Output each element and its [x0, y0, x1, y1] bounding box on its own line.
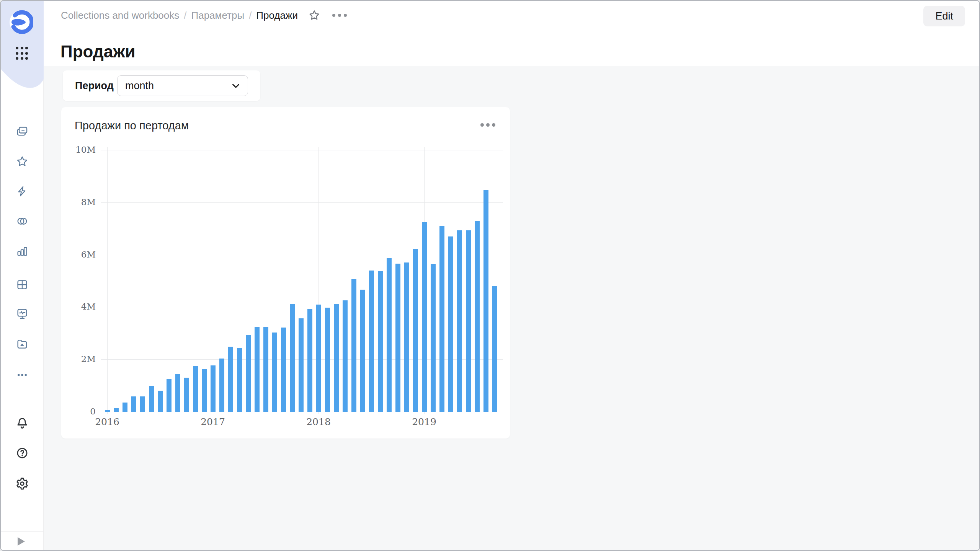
- sales-bar-chart: 02M4M6M8M10M2016201720182019: [61, 107, 510, 439]
- help-icon[interactable]: [16, 447, 29, 460]
- breadcrumb: Collections and workbooks / Параметры / …: [61, 10, 298, 21]
- bar-2018-12: [413, 249, 418, 412]
- bar-2019-06: [466, 230, 471, 412]
- bar-2016-04: [131, 396, 136, 412]
- bar-2017-05: [246, 335, 251, 412]
- bar-2018-01: [316, 305, 321, 412]
- gridline-year: [107, 147, 108, 414]
- bar-2018-03: [334, 304, 339, 412]
- bar-2018-06: [360, 290, 365, 412]
- bar-2017-04: [237, 348, 242, 412]
- editor-icon[interactable]: [16, 185, 29, 198]
- gridline-h: [101, 202, 503, 203]
- chevron-down-icon: [231, 81, 241, 91]
- files-icon[interactable]: [16, 337, 29, 350]
- bar-2018-04: [343, 300, 348, 412]
- breadcrumb-collections[interactable]: Collections and workbooks: [61, 10, 179, 21]
- edit-button[interactable]: Edit: [923, 6, 965, 26]
- bar-2017-03: [228, 347, 233, 412]
- bar-2019-03: [439, 226, 444, 412]
- monitoring-icon[interactable]: [16, 307, 29, 320]
- bar-2016-10: [184, 378, 189, 412]
- bar-2016-08: [167, 379, 172, 412]
- x-axis-label: 2016: [84, 416, 130, 427]
- sales-chart-card: Продажи по пертодам 02M4M6M8M10M20162017…: [61, 107, 510, 439]
- y-axis-label: 10M: [61, 145, 96, 155]
- sidebar-divider: [1, 531, 44, 532]
- y-axis-label: 8M: [61, 197, 96, 207]
- breadcrumb-current-page: Продажи: [256, 10, 298, 21]
- y-axis-label: 0: [61, 406, 96, 416]
- connections-icon[interactable]: [16, 215, 29, 228]
- bar-2017-07: [263, 327, 268, 412]
- bar-2017-10: [290, 304, 295, 412]
- bar-2018-11: [404, 262, 409, 412]
- more-icon[interactable]: [16, 368, 29, 381]
- period-select[interactable]: month: [117, 75, 248, 96]
- favorite-star-icon[interactable]: [308, 9, 321, 22]
- sidebar: [1, 1, 44, 550]
- bar-2018-07: [369, 271, 374, 412]
- period-label: Период: [75, 80, 114, 92]
- bar-2019-04: [448, 236, 453, 412]
- bar-2018-08: [378, 271, 383, 412]
- top-header: Collections and workbooks / Параметры / …: [44, 1, 979, 30]
- bar-2018-02: [325, 308, 330, 412]
- all-services-grid-icon[interactable]: [16, 47, 29, 60]
- bar-2016-11: [193, 366, 198, 412]
- bar-2016-05: [140, 396, 145, 412]
- page-title: Продажи: [60, 42, 135, 61]
- bar-2017-08: [272, 333, 277, 412]
- datalens-logo-icon[interactable]: [9, 10, 33, 34]
- x-axis-label: 2019: [401, 416, 447, 427]
- settings-icon[interactable]: [16, 477, 29, 490]
- charts-icon[interactable]: [16, 245, 29, 258]
- bar-2019-08: [483, 190, 488, 412]
- bar-2016-01: [105, 410, 110, 412]
- x-axis-label: 2017: [190, 416, 236, 427]
- bar-2019-01: [422, 222, 427, 412]
- bar-2018-09: [387, 258, 392, 412]
- bar-2017-12: [307, 309, 312, 412]
- collections-icon[interactable]: [16, 125, 29, 138]
- bar-2019-05: [457, 230, 462, 412]
- bar-2019-02: [431, 264, 436, 412]
- period-select-value: month: [125, 80, 154, 92]
- gridline-h: [101, 412, 503, 412]
- bar-2018-10: [395, 264, 400, 412]
- breadcrumb-separator: /: [179, 10, 191, 21]
- breadcrumb-workbook[interactable]: Параметры: [191, 10, 245, 21]
- period-selector-widget: Период month: [63, 70, 260, 101]
- y-axis-label: 2M: [61, 354, 96, 364]
- datasets-icon[interactable]: [16, 278, 29, 291]
- bar-2019-07: [475, 221, 480, 412]
- x-axis-label: 2018: [296, 416, 341, 427]
- breadcrumb-separator: /: [244, 10, 256, 21]
- bar-2016-09: [175, 374, 180, 412]
- bar-2019-09: [492, 286, 497, 412]
- bar-2016-03: [122, 403, 127, 412]
- favorites-icon[interactable]: [16, 155, 29, 168]
- y-axis-label: 6M: [61, 249, 96, 259]
- bar-2017-11: [299, 318, 304, 412]
- bar-2018-05: [351, 279, 356, 412]
- bar-2016-02: [114, 408, 119, 412]
- y-axis-label: 4M: [61, 302, 96, 311]
- bar-2017-09: [281, 328, 286, 412]
- breadcrumb-more-menu-icon[interactable]: [332, 14, 347, 17]
- bar-2017-01: [211, 365, 216, 412]
- bar-2016-07: [158, 391, 163, 412]
- bar-2017-02: [219, 359, 224, 412]
- app-window: Collections and workbooks / Параметры / …: [0, 0, 980, 551]
- main-content: Продажи Период month Продажи по пертодам…: [44, 31, 979, 550]
- bar-2017-06: [255, 327, 260, 412]
- notifications-icon[interactable]: [16, 416, 29, 429]
- bar-2016-12: [202, 369, 207, 412]
- bar-2016-06: [149, 386, 154, 412]
- expand-sidebar-button[interactable]: [18, 537, 25, 546]
- gridline-h: [101, 150, 503, 150]
